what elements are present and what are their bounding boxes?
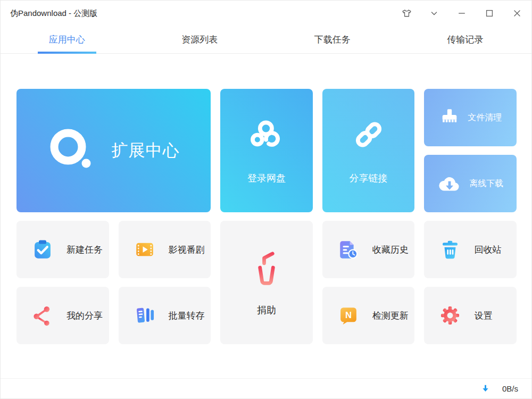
trash-icon — [439, 238, 461, 261]
tile-label: 检测更新 — [372, 310, 409, 322]
tile-check-update[interactable]: N 检测更新 — [322, 287, 415, 344]
brush-icon — [439, 107, 460, 128]
close-button[interactable] — [510, 6, 524, 20]
tab-transfer-records[interactable]: 传输记录 — [399, 26, 532, 53]
tile-label: 离线下载 — [469, 178, 503, 189]
close-icon — [512, 8, 522, 19]
download-speed: 0B/s — [502, 384, 518, 393]
n-badge-icon: N — [337, 304, 360, 327]
tab-label: 下载任务 — [314, 34, 351, 46]
clipboard-check-icon — [31, 238, 54, 261]
share-nodes-icon — [31, 304, 54, 327]
tile-label: 文件清理 — [468, 112, 502, 123]
tab-download-tasks[interactable]: 下载任务 — [266, 26, 399, 53]
status-bar: 0B/s — [1, 378, 531, 398]
drink-cup-icon — [247, 248, 286, 287]
film-play-icon — [134, 238, 156, 261]
tile-label: 新建任务 — [66, 244, 103, 256]
minimize-icon — [456, 8, 467, 19]
gear-icon — [439, 304, 461, 327]
tile-login-netdisk[interactable]: 登录网盘 — [220, 89, 313, 212]
tile-batch-transfer[interactable]: 批量转存 — [119, 287, 211, 344]
tile-share-link[interactable]: 分享链接 — [322, 89, 415, 212]
tile-offline-download[interactable]: 离线下载 — [424, 155, 517, 212]
title-bar: 伪Pandownload - 公测版 — [1, 1, 531, 26]
app-tile-grid: 扩展中心 登录网盘 分享链接 — [16, 89, 517, 344]
n-glyph: N — [345, 310, 352, 320]
chevron-down-icon — [429, 8, 439, 19]
tab-resource-list[interactable]: 资源列表 — [134, 26, 267, 53]
chain-link-icon — [353, 118, 384, 152]
cloud-download-icon — [437, 171, 462, 196]
tile-label: 捐助 — [257, 304, 276, 317]
tile-label: 扩展中心 — [112, 139, 180, 162]
tile-label: 我的分享 — [66, 310, 103, 322]
tile-recycle-bin[interactable]: 回收站 — [424, 221, 517, 278]
tile-new-task[interactable]: 新建任务 — [16, 221, 109, 278]
tab-label: 应用中心 — [49, 34, 85, 46]
tile-settings[interactable]: 设置 — [424, 287, 517, 344]
maximize-icon — [484, 8, 495, 19]
window-controls — [400, 6, 524, 20]
tile-label: 批量转存 — [169, 310, 205, 322]
tile-favorites-history[interactable]: 收藏历史 — [322, 221, 415, 278]
tshirt-icon — [401, 8, 412, 19]
batch-transfer-icon — [134, 304, 156, 327]
theme-button[interactable] — [400, 6, 413, 20]
tile-label: 收藏历史 — [372, 244, 409, 256]
tab-label: 资源列表 — [181, 34, 218, 46]
tile-file-cleanup[interactable]: 文件清理 — [424, 89, 517, 146]
tab-label: 传输记录 — [447, 34, 483, 46]
tile-extension-center[interactable]: 扩展中心 — [16, 89, 211, 212]
tab-app-center[interactable]: 应用中心 — [1, 26, 134, 53]
tile-label: 设置 — [474, 310, 492, 322]
tile-donate[interactable]: 捐助 — [220, 221, 313, 344]
tile-label: 分享链接 — [350, 172, 388, 185]
minimize-button[interactable] — [455, 6, 469, 20]
download-arrow-icon — [480, 384, 491, 394]
tab-bar: 应用中心 资源列表 下载任务 传输记录 — [1, 26, 531, 54]
tile-movies[interactable]: 影视番剧 — [119, 221, 211, 278]
ring-icon — [48, 128, 94, 173]
window-title: 伪Pandownload - 公测版 — [10, 9, 400, 19]
maximize-button[interactable] — [483, 6, 496, 20]
baidu-cloud-icon — [250, 118, 283, 152]
document-clock-icon — [337, 238, 360, 261]
tile-my-shares[interactable]: 我的分享 — [16, 287, 109, 344]
tile-label: 登录网盘 — [247, 172, 286, 185]
collapse-button[interactable] — [427, 6, 441, 20]
tile-label: 影视番剧 — [169, 244, 205, 256]
tile-label: 回收站 — [474, 244, 501, 256]
